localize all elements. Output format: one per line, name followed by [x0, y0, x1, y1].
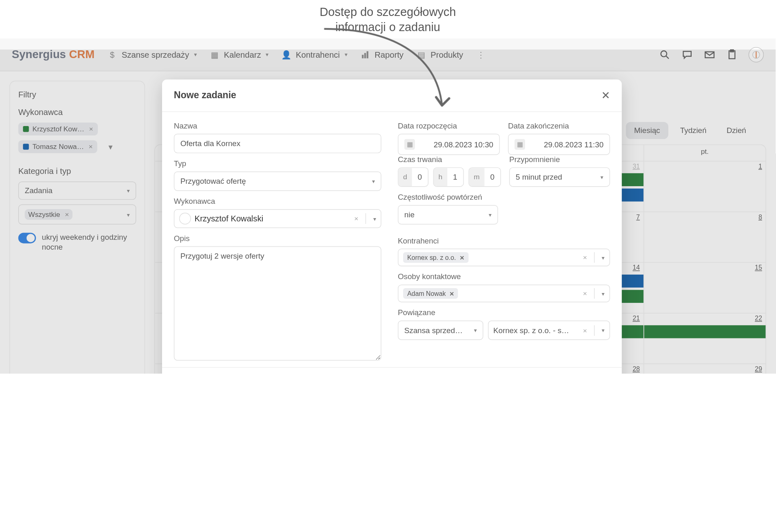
- kontrahenci-select[interactable]: Kornex sp. z o.o.✕ ×▾: [398, 249, 610, 266]
- type-select[interactable]: Przygotować ofertę▾: [174, 171, 381, 191]
- start-date-input[interactable]: ▦29.08.2023 10:30: [398, 134, 500, 155]
- clear-icon[interactable]: ×: [354, 214, 358, 223]
- remove-tag-icon[interactable]: ✕: [460, 254, 465, 261]
- calendar-icon: ▦: [514, 139, 525, 150]
- reminder-select[interactable]: 5 minut przed▾: [509, 167, 610, 187]
- calendar-icon: ▦: [404, 139, 415, 150]
- remove-tag-icon[interactable]: ✕: [449, 290, 454, 297]
- frequency-select[interactable]: nie▾: [398, 205, 498, 225]
- avatar: [179, 213, 191, 225]
- duration-days[interactable]: d0: [398, 167, 429, 187]
- description-textarea[interactable]: [174, 246, 381, 361]
- end-date-input[interactable]: ▦29.08.2023 11:30: [508, 134, 610, 155]
- label-typ: Typ: [174, 159, 381, 168]
- label-reminder: Przypomnienie: [509, 155, 610, 164]
- osoby-select[interactable]: Adam Nowak✕ ×▾: [398, 284, 610, 302]
- name-input[interactable]: [174, 134, 381, 153]
- tag: Kornex sp. z o.o.✕: [403, 252, 468, 263]
- modal-title: Nowe zadanie: [174, 90, 236, 101]
- label-duration: Czas trwania: [398, 155, 501, 164]
- clear-icon[interactable]: ×: [583, 326, 587, 334]
- tag: Adam Nowak✕: [403, 288, 458, 299]
- label-kontrahenci: Kontrahenci: [398, 236, 610, 245]
- close-icon[interactable]: ✕: [601, 89, 610, 102]
- label-osoby: Osoby kontaktowe: [398, 272, 610, 281]
- chevron-down-icon: ▾: [602, 254, 605, 261]
- duration-hours[interactable]: h1: [433, 167, 464, 187]
- label-wykonawca: Wykonawca: [174, 197, 381, 206]
- annotation-top: Dostęp do szczegółowych informacji o zad…: [0, 4, 776, 35]
- label-frequency: Częstotliwość powtórzeń: [398, 193, 610, 202]
- label-end-date: Data zakończenia: [508, 122, 610, 131]
- label-nazwa: Nazwa: [174, 122, 381, 131]
- assignee-select[interactable]: Krzysztof Kowalski ×▾: [174, 209, 381, 228]
- chevron-down-icon: ▾: [373, 215, 376, 222]
- label-powiazane: Powiązane: [398, 308, 610, 317]
- related-type-select[interactable]: Szansa sprzed…▾: [398, 320, 483, 340]
- chevron-down-icon: ▾: [372, 178, 375, 185]
- chevron-down-icon: ▾: [600, 174, 603, 180]
- label-start-date: Data rozpoczęcia: [398, 122, 500, 131]
- chevron-down-icon: ▾: [489, 212, 492, 218]
- new-task-modal: Nowe zadanie ✕ Nazwa Typ Przygotować ofe…: [162, 79, 622, 374]
- related-value-select[interactable]: Kornex sp. z o.o. - s… ×▾: [488, 320, 610, 340]
- clear-icon[interactable]: ×: [583, 253, 587, 261]
- chevron-down-icon: ▾: [474, 327, 477, 334]
- chevron-down-icon: ▾: [602, 290, 605, 297]
- duration-minutes[interactable]: m0: [469, 167, 501, 187]
- chevron-down-icon: ▾: [602, 327, 605, 334]
- label-opis: Opis: [174, 234, 381, 243]
- clear-icon[interactable]: ×: [583, 289, 587, 298]
